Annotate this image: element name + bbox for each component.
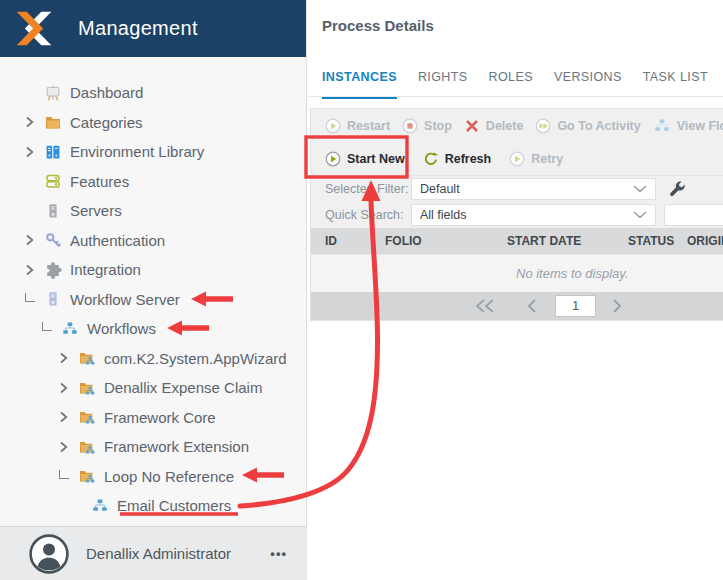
main-panel: Process Details INSTANCES RIGHTS ROLES V…	[308, 0, 723, 580]
play-icon	[325, 151, 341, 167]
chevron-right-icon[interactable]	[22, 146, 38, 158]
sidebar-item-workflows[interactable]: Workflows	[0, 314, 306, 344]
quick-search-label: Quick Search:	[325, 208, 411, 222]
tab-divider	[308, 96, 723, 97]
tab-rights[interactable]: RIGHTS	[418, 70, 468, 99]
play-icon	[325, 118, 341, 134]
chevron-right-icon	[611, 298, 623, 314]
start-new-button[interactable]: Start New	[325, 151, 405, 167]
go-to-activity-button[interactable]: Go To Activity	[535, 118, 640, 134]
stop-icon	[402, 118, 418, 134]
avatar	[29, 534, 69, 574]
double-chevron-left-icon	[474, 298, 496, 314]
quick-search-row: Quick Search: All fields	[311, 202, 723, 228]
sidebar-item-denallix-expense-claim[interactable]: Denallix Expense Claim	[0, 373, 306, 403]
table-empty-row: No items to display.	[311, 254, 723, 292]
sidebar-item-loop-no-reference[interactable]: Loop No Reference	[0, 462, 306, 492]
sidebar-item-framework-core[interactable]: Framework Core	[0, 403, 306, 433]
easel-icon	[43, 83, 62, 102]
app-title: Management	[78, 17, 198, 40]
collapse-icon[interactable]	[56, 470, 72, 483]
column-header-start-date[interactable]: START DATE	[507, 234, 628, 248]
sidebar-item-categories[interactable]: Categories	[0, 108, 306, 138]
process-folder-icon	[77, 437, 96, 456]
view-flow-icon	[653, 117, 671, 135]
key-icon	[43, 231, 62, 250]
toolbar-row-1: Restart Stop Delete Go To Activity View …	[311, 109, 723, 142]
quick-search-field-dropdown[interactable]: All fields	[411, 204, 656, 226]
sidebar-item-servers[interactable]: Servers	[0, 196, 306, 226]
retry-button[interactable]: Retry	[509, 151, 563, 167]
puzzle-icon	[43, 260, 62, 279]
column-header-id[interactable]: ID	[325, 234, 385, 248]
empty-message: No items to display.	[516, 255, 628, 292]
wrench-icon	[668, 180, 686, 198]
sidebar-item-integration[interactable]: Integration	[0, 255, 306, 285]
workflow-icon	[90, 496, 109, 515]
tab-task-list[interactable]: TASK LIST	[643, 70, 708, 99]
restart-button[interactable]: Restart	[325, 118, 390, 134]
column-header-folio[interactable]: FOLIO	[385, 234, 507, 248]
tab-roles[interactable]: ROLES	[489, 70, 533, 99]
tab-versions[interactable]: VERSIONS	[554, 70, 622, 99]
folder-icon	[43, 113, 62, 132]
chevron-right-icon[interactable]	[56, 352, 72, 364]
sidebar: Management Dashboard Categories Environm…	[0, 0, 307, 580]
collapse-icon[interactable]	[39, 322, 55, 335]
process-folder-icon	[77, 349, 96, 368]
process-folder-icon	[77, 467, 96, 486]
user-bar: Denallix Administrator •••	[0, 526, 307, 580]
navigation-tree: Dashboard Categories Environment Library…	[0, 57, 306, 521]
refresh-button[interactable]: Refresh	[423, 151, 492, 167]
sidebar-header: Management	[0, 0, 306, 57]
chevron-down-icon	[633, 185, 647, 193]
chevron-right-icon[interactable]	[22, 234, 38, 246]
sidebar-item-environment-library[interactable]: Environment Library	[0, 137, 306, 167]
toolbar-row-2: Start New Refresh Retry	[311, 142, 723, 175]
chevron-right-icon[interactable]	[22, 264, 38, 276]
library-icon	[43, 142, 62, 161]
user-name: Denallix Administrator	[86, 545, 231, 562]
filter-settings-button[interactable]	[668, 180, 686, 198]
sidebar-item-features[interactable]: Features	[0, 167, 306, 197]
chevron-down-icon	[633, 211, 647, 219]
collapse-icon[interactable]	[22, 293, 38, 306]
chevron-right-icon[interactable]	[56, 411, 72, 423]
column-header-status[interactable]: STATUS	[628, 234, 687, 248]
delete-button[interactable]: Delete	[464, 118, 524, 134]
pager-first-button[interactable]	[474, 298, 496, 314]
sidebar-item-dashboard[interactable]: Dashboard	[0, 78, 306, 108]
pager-next-button[interactable]	[611, 298, 623, 314]
pager-page-input[interactable]: 1	[555, 295, 596, 317]
sidebar-item-appwizard[interactable]: com.K2.System.AppWizard	[0, 344, 306, 374]
selected-filter-label: Selected Filter:	[325, 182, 411, 196]
play-icon	[509, 151, 525, 167]
tab-instances[interactable]: INSTANCES	[322, 70, 397, 99]
double-play-icon	[535, 118, 551, 134]
chevron-right-icon[interactable]	[56, 441, 72, 453]
table-header: ID FOLIO START DATE STATUS ORIGINATOR	[311, 228, 723, 254]
process-folder-icon	[77, 408, 96, 427]
features-icon	[43, 172, 62, 191]
server-icon	[43, 201, 62, 220]
server-blue-icon	[43, 290, 62, 309]
delete-x-icon	[464, 118, 480, 134]
tab-bar: INSTANCES RIGHTS ROLES VERSIONS TASK LIS…	[322, 70, 723, 99]
pagination-bar: 1	[311, 292, 723, 320]
view-flow-button[interactable]: View Flow	[653, 117, 723, 135]
k2-logo-icon	[14, 9, 54, 49]
column-header-originator[interactable]: ORIGINATOR	[687, 234, 723, 248]
sidebar-item-framework-extension[interactable]: Framework Extension	[0, 432, 306, 462]
user-menu-button[interactable]: •••	[270, 546, 287, 561]
sidebar-item-authentication[interactable]: Authentication	[0, 226, 306, 256]
quick-search-input[interactable]	[664, 204, 723, 226]
stop-button[interactable]: Stop	[402, 118, 452, 134]
k2-management-window: Management Dashboard Categories Environm…	[0, 0, 723, 580]
chevron-right-icon[interactable]	[56, 382, 72, 394]
selected-filter-dropdown[interactable]: Default	[411, 178, 656, 200]
pager-previous-button[interactable]	[526, 298, 538, 314]
sidebar-item-workflow-server[interactable]: Workflow Server	[0, 285, 306, 315]
sidebar-item-email-customers[interactable]: Email Customers	[0, 491, 306, 521]
selected-filter-row: Selected Filter: Default	[311, 175, 723, 202]
chevron-right-icon[interactable]	[22, 116, 38, 128]
